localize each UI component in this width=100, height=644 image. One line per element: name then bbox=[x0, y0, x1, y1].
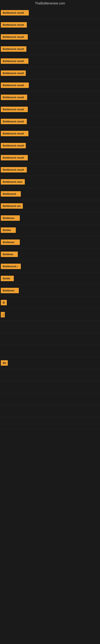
list-item bbox=[0, 333, 100, 345]
list-item bbox=[0, 405, 100, 418]
bottleneck-badge[interactable]: Bottleneck result bbox=[1, 34, 28, 40]
bottleneck-badge[interactable]: Bottleneck res bbox=[1, 203, 23, 209]
site-title: TheBottlenecker.com bbox=[0, 0, 100, 7]
bottleneck-badge[interactable]: Bottleneck result bbox=[1, 10, 29, 16]
bottleneck-badge[interactable]: Bottleneck result bbox=[1, 167, 27, 172]
bottleneck-badge[interactable]: Bottlene bbox=[1, 252, 18, 257]
bottleneck-badge[interactable]: Bottleneck result bbox=[1, 131, 28, 136]
bottleneck-badge[interactable]: Bottleneck result bbox=[1, 58, 28, 64]
bottleneck-badge[interactable]: Bottleneck bbox=[1, 191, 21, 196]
bottleneck-badge[interactable]: Bottleneck result bbox=[1, 143, 26, 148]
list-item bbox=[0, 393, 100, 405]
list-item: Bottleneck result bbox=[0, 152, 100, 164]
bottleneck-badge[interactable]: Bottleneck result bbox=[1, 46, 26, 52]
list-item: Bottleneck result bbox=[0, 128, 100, 140]
list-item: Bottler bbox=[0, 224, 100, 236]
bottleneck-badge[interactable]: Bottleneck resu bbox=[1, 179, 25, 184]
bottleneck-badge[interactable]: Bottleneck result bbox=[1, 119, 27, 124]
list-item: Bottleneck result bbox=[0, 7, 100, 19]
bottleneck-badge[interactable]: Bo bbox=[1, 360, 8, 366]
bottleneck-badge[interactable]: Bottleneck result bbox=[1, 22, 27, 28]
bottleneck-badge[interactable]: Bottleneck result bbox=[1, 94, 27, 100]
list-item: Bottleneck result bbox=[0, 91, 100, 104]
bottleneck-badge[interactable]: Bottle bbox=[1, 276, 14, 281]
list-item: Bottleneck result bbox=[0, 79, 100, 91]
bottleneck-badge[interactable]: Bottleneck result bbox=[1, 155, 28, 160]
list-item bbox=[0, 369, 100, 381]
list-item: B bbox=[0, 297, 100, 309]
list-item: | bbox=[0, 309, 100, 321]
list-item: Bottleneck result bbox=[0, 140, 100, 152]
list-item: Bottleneck bbox=[0, 188, 100, 200]
bottleneck-badge[interactable]: Bottleneck result bbox=[1, 107, 28, 112]
list-item: Bottleneck result bbox=[0, 55, 100, 67]
list-item: Bottleneck res bbox=[0, 200, 100, 212]
bottleneck-badge[interactable]: Bottlenec bbox=[1, 240, 20, 245]
bottleneck-badge[interactable]: Bottleneck result bbox=[1, 82, 29, 88]
bottleneck-list: Bottleneck result Bottleneck result Bott… bbox=[0, 7, 100, 430]
list-item bbox=[0, 418, 100, 430]
list-item: Bottle bbox=[0, 272, 100, 284]
bottleneck-badge[interactable]: | bbox=[1, 312, 5, 317]
list-item: Bottleneck resu bbox=[0, 176, 100, 188]
bottleneck-badge[interactable]: Bottler bbox=[1, 228, 16, 233]
list-item: Bottlenec bbox=[0, 284, 100, 297]
list-item: Bottlene bbox=[0, 248, 100, 260]
bottleneck-badge[interactable]: Bottlenec bbox=[1, 288, 19, 293]
list-item: Bottleneck result bbox=[0, 43, 100, 55]
list-item: Bottlenec bbox=[0, 236, 100, 248]
list-item: Bottleneck result bbox=[0, 31, 100, 43]
list-item: Bottleneck result bbox=[0, 67, 100, 79]
list-item: Bottleneck result bbox=[0, 116, 100, 128]
list-item: Bottleneck result bbox=[0, 104, 100, 116]
list-item: Bottleneck result bbox=[0, 19, 100, 31]
list-item: Bottlenec bbox=[0, 212, 100, 224]
list-item bbox=[0, 381, 100, 393]
bottleneck-badge[interactable]: Bottleneck r bbox=[1, 264, 21, 269]
page-wrapper: TheBottlenecker.com Bottleneck result Bo… bbox=[0, 0, 100, 430]
list-item: Bo bbox=[0, 357, 100, 369]
bottleneck-badge[interactable]: Bottleneck result bbox=[1, 70, 26, 76]
list-item bbox=[0, 321, 100, 333]
list-item: Bottleneck r bbox=[0, 260, 100, 272]
list-item: Bottleneck result bbox=[0, 164, 100, 176]
bottleneck-badge[interactable]: Bottlenec bbox=[1, 215, 20, 221]
bottleneck-badge[interactable]: B bbox=[1, 300, 7, 305]
list-item bbox=[0, 345, 100, 357]
